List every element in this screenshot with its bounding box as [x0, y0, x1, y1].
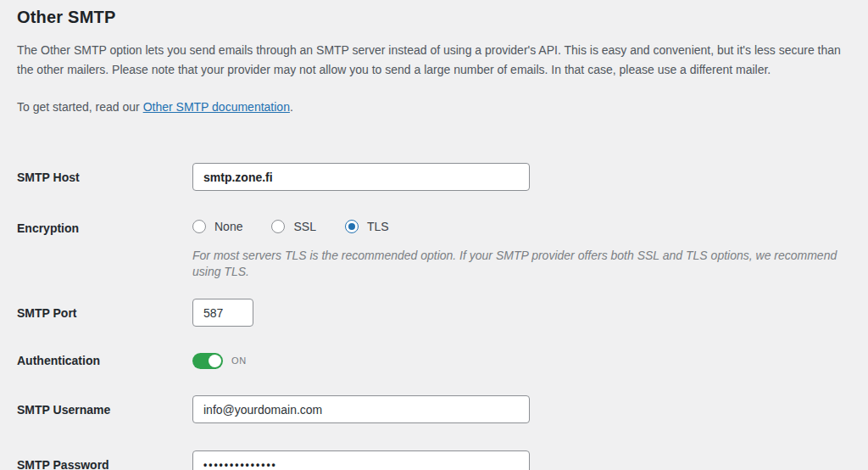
smtp-username-row: SMTP Username [17, 395, 851, 423]
smtp-host-row: SMTP Host [17, 163, 851, 191]
encryption-option-ssl[interactable]: SSL [271, 220, 315, 233]
smtp-port-input[interactable] [192, 299, 253, 327]
encryption-note: For most servers TLS is the recommended … [192, 248, 851, 280]
smtp-host-input[interactable] [192, 163, 530, 191]
description-text: The Other SMTP option lets you send emai… [17, 41, 851, 80]
authentication-toggle[interactable] [192, 353, 223, 369]
radio-label: None [214, 220, 242, 233]
smtp-settings-form: SMTP Host Encryption None SSL [17, 163, 851, 470]
smtp-port-field [192, 299, 253, 327]
authentication-row: Authentication ON [17, 352, 851, 369]
smtp-username-field [192, 395, 530, 423]
smtp-host-field [192, 163, 530, 191]
smtp-password-field [192, 450, 530, 470]
radio-icon [345, 220, 359, 233]
smtp-port-row: SMTP Port [17, 299, 851, 327]
smtp-username-label: SMTP Username [17, 401, 192, 418]
doc-link[interactable]: Other SMTP documentation [143, 100, 290, 114]
radio-label: TLS [367, 220, 389, 233]
authentication-label: Authentication [17, 352, 192, 369]
smtp-port-label: SMTP Port [17, 305, 192, 322]
encryption-row: Encryption None SSL TLS Fo [17, 220, 851, 280]
get-started-prefix: To get started, read our [17, 100, 143, 114]
radio-icon [271, 220, 285, 233]
encryption-label: Encryption [17, 220, 192, 237]
encryption-option-none[interactable]: None [192, 220, 242, 233]
encryption-field: None SSL TLS For most servers TLS is the… [192, 220, 851, 280]
authentication-field: ON [192, 353, 247, 369]
get-started-text: To get started, read our Other SMTP docu… [17, 98, 851, 115]
toggle-state-label: ON [231, 355, 247, 366]
smtp-username-input[interactable] [192, 395, 530, 423]
radio-label: SSL [293, 220, 315, 233]
encryption-option-tls[interactable]: TLS [345, 220, 389, 233]
other-smtp-settings-page: Other SMTP The Other SMTP option lets yo… [0, 0, 868, 470]
get-started-suffix: . [290, 100, 293, 114]
smtp-password-label: SMTP Password [17, 456, 192, 470]
radio-icon [192, 220, 206, 233]
smtp-password-row: SMTP Password [17, 450, 851, 470]
toggle-knob-icon [209, 355, 221, 367]
smtp-password-input[interactable] [192, 450, 530, 470]
encryption-radio-group: None SSL TLS [192, 220, 851, 233]
smtp-host-label: SMTP Host [17, 169, 192, 186]
page-title: Other SMTP [17, 8, 851, 27]
